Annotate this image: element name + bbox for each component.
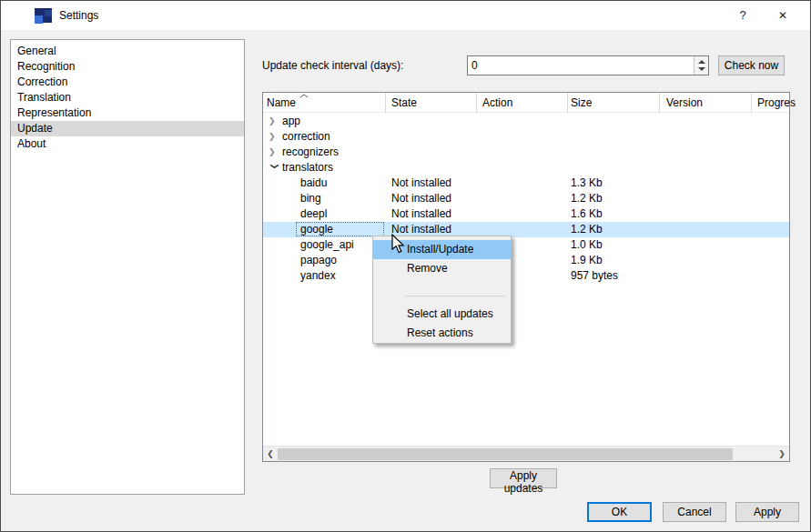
cell-name: google — [300, 222, 333, 237]
table-row-baidu[interactable]: baiduNot installed1.3 Kb — [263, 176, 789, 191]
horizontal-scrollbar[interactable]: ❮ ❯ — [263, 446, 789, 461]
table-row-translators[interactable]: ❯translators — [263, 160, 789, 176]
sidebar-item-translation[interactable]: Translation — [11, 90, 244, 105]
title-bar[interactable]: Settings ? ✕ — [1, 1, 810, 30]
sidebar-item-correction[interactable]: Correction — [11, 75, 244, 90]
interval-spinbox[interactable]: 0 — [467, 55, 709, 75]
menu-separator — [373, 296, 511, 305]
scrollbar-thumb[interactable] — [278, 448, 733, 460]
chevron-right-icon[interactable]: ❯ — [269, 145, 276, 160]
spinner-buttons[interactable] — [694, 56, 708, 75]
sidebar-item-about[interactable]: About — [11, 136, 244, 152]
cell-size: 1.2 Kb — [571, 191, 603, 206]
table-header: NameStateActionSizeVersionProgres — [263, 93, 789, 113]
apply-updates-button[interactable]: Apply updates — [490, 468, 557, 488]
column-divider[interactable] — [385, 93, 386, 113]
interval-value: 0 — [471, 59, 478, 72]
table-row-deepl[interactable]: deeplNot installed1.6 Kb — [263, 206, 789, 222]
table-row-correction[interactable]: ❯correction — [263, 129, 789, 145]
column-header-version[interactable]: Version — [666, 96, 703, 109]
spin-down-icon[interactable] — [698, 67, 705, 71]
window-title: Settings — [59, 9, 98, 22]
chevron-right-icon[interactable]: ❯ — [269, 114, 276, 129]
scroll-left-icon[interactable]: ❮ — [263, 447, 278, 462]
app-icon — [34, 8, 53, 25]
ok-button[interactable]: OK — [587, 502, 652, 522]
help-button[interactable]: ? — [723, 1, 763, 30]
column-header-state[interactable]: State — [391, 96, 417, 109]
sidebar: GeneralRecognitionCorrectionTranslationR… — [10, 39, 245, 495]
apply-button[interactable]: Apply — [735, 502, 799, 522]
table-row-recognizers[interactable]: ❯recognizers — [263, 145, 789, 160]
column-divider[interactable] — [659, 93, 660, 113]
cell-name: papago — [300, 253, 337, 268]
sidebar-item-update[interactable]: Update — [11, 121, 244, 136]
chevron-down-icon[interactable]: ❯ — [267, 163, 282, 170]
sidebar-item-general[interactable]: General — [11, 44, 244, 59]
cell-name: bing — [300, 191, 321, 206]
column-divider[interactable] — [567, 93, 568, 113]
chevron-right-icon[interactable]: ❯ — [269, 129, 276, 145]
cell-name: translators — [282, 160, 333, 176]
menu-item-remove[interactable]: Remove — [373, 259, 511, 278]
cell-name: google_api — [300, 237, 354, 253]
spin-up-icon[interactable] — [698, 60, 705, 64]
cell-size: 1.6 Kb — [571, 206, 603, 222]
column-header-name[interactable]: Name — [267, 96, 296, 109]
cell-state: Not installed — [391, 206, 451, 222]
cell-size: 1.3 Kb — [571, 176, 603, 191]
column-header-action[interactable]: Action — [482, 96, 512, 109]
cell-name: deepl — [300, 206, 327, 222]
interval-label: Update check interval (days): — [262, 59, 403, 72]
cell-name: app — [282, 114, 300, 129]
menu-item-select-all-updates[interactable]: Select all updates — [373, 305, 511, 324]
table-row-app[interactable]: ❯app — [263, 114, 789, 129]
check-now-button[interactable]: Check now — [718, 55, 785, 75]
mouse-cursor — [391, 234, 405, 254]
settings-window: Settings ? ✕ GeneralRecognitionCorrectio… — [0, 0, 811, 532]
table-row-google[interactable]: googleNot installed1.2 Kb — [263, 222, 789, 237]
cell-size: 1.2 Kb — [571, 222, 603, 237]
cancel-button[interactable]: Cancel — [663, 502, 726, 522]
table-row-yandex[interactable]: yandexNot installed957 bytes — [263, 268, 789, 284]
cell-state: Not installed — [391, 191, 451, 206]
cell-state: Not installed — [391, 176, 451, 191]
close-icon[interactable]: ✕ — [763, 1, 803, 30]
column-header-progres[interactable]: Progres — [757, 96, 796, 109]
sidebar-item-recognition[interactable]: Recognition — [11, 59, 244, 75]
cell-size: 957 bytes — [571, 268, 618, 284]
cell-name: correction — [282, 129, 330, 145]
column-divider[interactable] — [751, 93, 752, 113]
table-row-google_api[interactable]: google_apiNot installed1.0 Kb — [263, 237, 789, 253]
sidebar-item-representation[interactable]: Representation — [11, 105, 244, 121]
cell-name: baidu — [300, 176, 327, 191]
column-header-size[interactable]: Size — [571, 96, 592, 109]
table-row-bing[interactable]: bingNot installed1.2 Kb — [263, 191, 789, 206]
package-table: NameStateActionSizeVersionProgres ❯app❯c… — [262, 92, 790, 462]
cell-name: yandex — [300, 268, 336, 284]
menu-spacer — [373, 278, 511, 296]
scroll-right-icon[interactable]: ❯ — [775, 447, 789, 462]
column-divider[interactable] — [476, 93, 477, 113]
sort-ascending-icon — [299, 94, 309, 98]
cell-size: 1.0 Kb — [571, 237, 603, 253]
cell-size: 1.9 Kb — [571, 253, 603, 268]
table-row-papago[interactable]: papagoNot installed1.9 Kb — [263, 253, 789, 268]
cell-name: recognizers — [282, 145, 339, 160]
menu-item-reset-actions[interactable]: Reset actions — [373, 324, 511, 343]
